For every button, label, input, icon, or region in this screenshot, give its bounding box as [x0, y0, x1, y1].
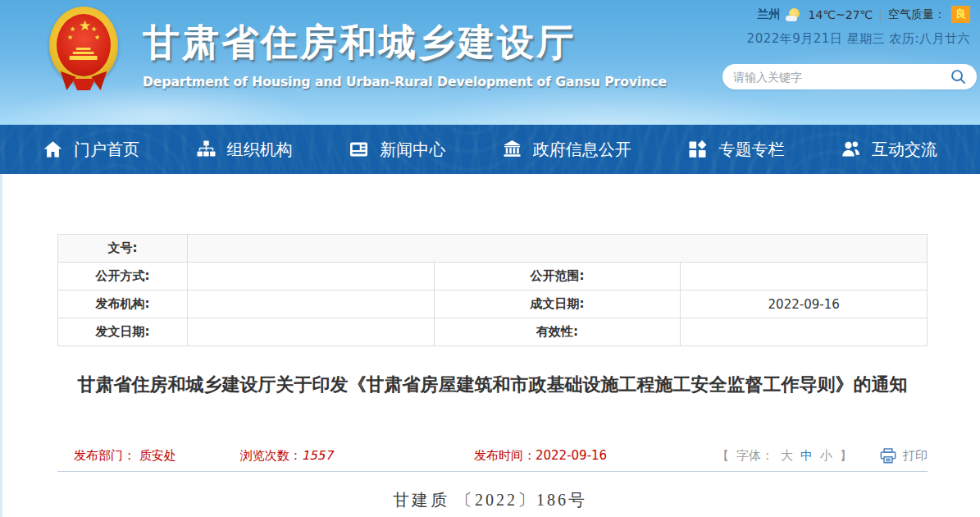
article-title: 甘肃省住房和城乡建设厅关于印发《甘肃省房屋建筑和市政基础设施工程施工安全监督工作…	[57, 369, 928, 400]
separator: |	[878, 8, 882, 21]
emblem-star-icon: ★	[79, 19, 91, 33]
emblem-star-icon: ★	[91, 26, 97, 33]
site-subtitle-english: Department of Housing and Urban-Rural De…	[143, 75, 667, 89]
nav-label: 组织机构	[227, 139, 293, 161]
nav-label: 政府信息公开	[533, 139, 631, 161]
issue-date-label: 发文日期:	[58, 318, 188, 346]
publish-time: 发布时间：2022-09-16	[474, 448, 607, 464]
page: ★ ★ ★ ★ ★ 甘肃省住房和城乡建设厅 Department of Hous…	[0, 0, 980, 517]
issuing-agency-value	[188, 291, 435, 318]
main-nav: 门户首页 组织机构	[0, 125, 980, 174]
open-scope-label: 公开范围:	[434, 263, 681, 291]
bracket: 】	[840, 448, 852, 464]
publish-dept: 发布部门： 质安处	[74, 448, 176, 464]
site-title: 甘肃省住房和城乡建设厅	[143, 18, 667, 67]
org-chart-icon	[196, 140, 217, 159]
nav-item-organization[interactable]: 组织机构	[196, 139, 293, 161]
table-row: 发布机构: 成文日期: 2022-09-16	[58, 291, 928, 318]
official-doc-number: 甘建质 〔2022〕186号	[0, 489, 980, 511]
emblem-ribbon	[72, 79, 95, 90]
date-line: 2022年9月21日 星期三 农历:八月廿六	[747, 31, 970, 47]
national-emblem-logo: ★ ★ ★ ★ ★	[48, 5, 120, 95]
bracket: 【	[717, 448, 729, 464]
emblem-star-icon: ★	[94, 34, 100, 41]
open-type-value	[188, 263, 435, 291]
nav-item-gov-info[interactable]: 政府信息公开	[502, 139, 631, 161]
meta-divider	[57, 471, 928, 472]
nav-label: 互动交流	[872, 139, 937, 161]
people-icon	[841, 140, 861, 159]
nav-item-home[interactable]: 门户首页	[43, 139, 139, 161]
print-label: 打印	[903, 448, 928, 464]
written-date-value: 2022-09-16	[681, 291, 928, 318]
search-button[interactable]	[950, 69, 966, 85]
sun-cloud-icon	[786, 8, 802, 21]
air-quality-label: 空气质量：	[888, 7, 946, 22]
publish-dept-value: 质安处	[139, 448, 176, 463]
air-quality-badge: 良	[951, 6, 970, 23]
font-size-large-button[interactable]: 大	[781, 448, 793, 464]
site-brand: ★ ★ ★ ★ ★ 甘肃省住房和城乡建设厅 Department of Hous…	[48, 5, 667, 95]
emblem-gate-icon	[69, 48, 98, 60]
font-size-widget: 【 字体： 大 中 小 】	[717, 448, 852, 464]
printer-icon	[880, 448, 896, 464]
article-meta-bar: 发布部门： 质安处 浏览次数：1557 发布时间：2022-09-16 【 字体…	[57, 448, 928, 464]
table-row: 公开方式: 公开范围:	[58, 263, 928, 291]
nav-item-news[interactable]: 新闻中心	[349, 139, 445, 161]
weather-city: 兰州	[757, 7, 780, 22]
search-icon	[950, 69, 966, 85]
doc-number-label: 文号:	[58, 235, 188, 263]
document-info-table: 文号: 公开方式: 公开范围: 发布机构: 成文日期: 2022-09-16 发…	[57, 234, 928, 346]
grid-icon	[687, 140, 708, 159]
site-header: ★ ★ ★ ★ ★ 甘肃省住房和城乡建设厅 Department of Hous…	[0, 0, 980, 125]
written-date-label: 成文日期:	[434, 291, 681, 318]
open-scope-value	[681, 263, 928, 291]
font-size-small-button[interactable]: 小	[820, 448, 832, 464]
issue-date-value	[188, 318, 435, 346]
gov-building-icon	[502, 140, 522, 159]
view-count-value: 1557	[302, 448, 333, 463]
search-box	[722, 64, 977, 89]
weather-bar: 兰州 14℃~27℃ | 空气质量： 良	[757, 6, 970, 23]
weather-temperature: 14℃~27℃	[808, 8, 873, 21]
validity-label: 有效性:	[434, 318, 681, 346]
publish-time-value: 2022-09-16	[536, 448, 607, 463]
table-row: 发文日期: 有效性:	[58, 318, 928, 346]
newspaper-icon	[349, 140, 369, 159]
nav-label: 专题专栏	[718, 139, 784, 161]
nav-item-interaction[interactable]: 互动交流	[841, 139, 937, 161]
view-count: 浏览次数：1557	[240, 448, 333, 464]
open-type-label: 公开方式:	[58, 263, 188, 291]
validity-value	[681, 318, 928, 346]
nav-label: 新闻中心	[380, 139, 445, 161]
emblem-star-icon: ★	[67, 34, 73, 41]
font-size-medium-button[interactable]: 中	[800, 448, 813, 464]
nav-item-special-topics[interactable]: 专题专栏	[687, 139, 784, 161]
nav-label: 门户首页	[74, 139, 139, 161]
page-edge-strip	[0, 174, 2, 517]
search-input[interactable]	[733, 71, 950, 84]
issuing-agency-label: 发布机构:	[58, 291, 188, 318]
doc-number-value	[188, 235, 928, 263]
table-row: 文号:	[58, 235, 928, 263]
emblem-star-icon: ★	[70, 26, 75, 33]
print-button[interactable]: 打印	[880, 448, 928, 464]
font-size-label: 字体：	[736, 448, 773, 464]
home-icon	[43, 140, 63, 159]
